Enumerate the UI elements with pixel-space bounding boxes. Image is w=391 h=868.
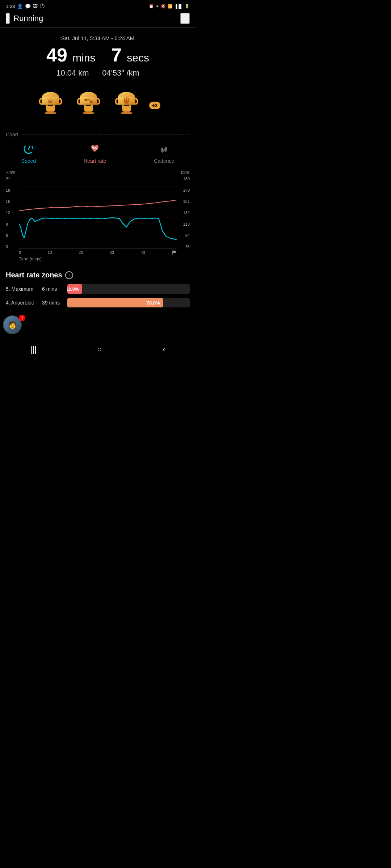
duration-secs-label: secs: [127, 52, 149, 64]
hr-zone-anaerobic-bar-wrap: 78.0%: [67, 298, 190, 307]
hr-zone-anaerobic-bar: 78.0%: [67, 298, 163, 307]
hr-zones-section: Heart rate zones i 5. Maximum 6 mins 12.…: [0, 265, 196, 315]
hr-zone-row-maximum: 5. Maximum 6 mins 12.0%: [6, 284, 190, 294]
tab-cadence-label: Cadence: [154, 158, 174, 164]
chart-area: km/h bpm 21 18 15 12 9 6 3: [6, 169, 190, 261]
trophy-road: 🛣: [35, 90, 66, 121]
hr-zone-maximum-name: 5. Maximum: [6, 286, 38, 292]
info-icon[interactable]: i: [65, 271, 73, 279]
back-button[interactable]: ‹: [6, 13, 10, 24]
svg-rect-6: [80, 97, 97, 105]
duration-mins-label: mins: [72, 52, 95, 64]
top-bar: ‹ Running ⋮: [0, 11, 196, 27]
wifi-icon: 📶: [168, 4, 173, 9]
run-date: Sat, Jul 11, 5:34 AM - 6:24 AM: [6, 35, 190, 41]
svg-text:🛣: 🛣: [48, 98, 53, 104]
tab-speed-label: Speed: [21, 158, 36, 164]
bottom-nav-recents[interactable]: |||: [23, 343, 44, 356]
duration-mins: 49: [46, 44, 67, 65]
trophy-extra-badge: +2: [149, 102, 160, 109]
bottom-nav-back[interactable]: ‹: [155, 343, 172, 356]
person-icon: 👤: [17, 4, 23, 9]
speed-icon: [23, 142, 34, 157]
svg-point-19: [164, 146, 168, 152]
svg-rect-14: [121, 112, 132, 114]
run-stats: 10.04 km 04'53" /km: [6, 68, 190, 78]
tab-divider-1: [60, 146, 60, 161]
svg-point-17: [28, 148, 29, 150]
run-pace: 04'53" /km: [102, 68, 139, 77]
run-distance: 10.04 km: [56, 68, 89, 77]
tab-heart-rate[interactable]: Heart rate: [84, 142, 106, 164]
svg-rect-3: [45, 112, 56, 114]
tab-cadence[interactable]: Cadence: [154, 143, 174, 164]
status-time: 1:23: [6, 4, 15, 9]
svg-point-18: [160, 147, 164, 153]
y-axis-left-unit: km/h: [7, 170, 15, 174]
messenger-icon: 💬: [25, 4, 31, 9]
trophy-fire: [111, 90, 142, 121]
y-axis-right: 189 170 151 132 113 94 75: [177, 176, 190, 249]
hr-zones-title: Heart rate zones i: [6, 271, 190, 279]
bottom-nav: ||| ○ ‹: [0, 338, 196, 359]
menu-button[interactable]: ⋮: [180, 13, 190, 24]
x-axis-unit: Time (mins): [6, 255, 190, 261]
summary-section: Sat, Jul 11, 5:34 AM - 6:24 AM 49 mins 7…: [0, 28, 196, 86]
cadence-icon: [158, 143, 170, 157]
hr-zone-maximum-time: 6 mins: [42, 286, 64, 292]
trophy-route: [73, 90, 104, 121]
image-icon: 🖼: [33, 4, 38, 9]
status-left: 1:23 👤 💬 🖼 ⓕ: [6, 3, 45, 9]
hr-zone-row-anaerobic: 4. Anaerobic 39 mins 78.0%: [6, 298, 190, 307]
status-right: ⏰ ✴ 🔇 📶 ▐▐▌ 🔋: [149, 4, 190, 9]
alarm-icon: ⏰: [149, 4, 154, 9]
y-axis-right-unit: bpm: [181, 170, 189, 174]
flag-icon: 🏁: [172, 250, 177, 255]
hr-zone-maximum-bar: 12.0%: [67, 284, 82, 294]
signal-icon: ▐▐▌: [175, 4, 183, 8]
x-axis: 0 10 20 30 40 🏁: [19, 250, 177, 255]
hr-zone-anaerobic-time: 39 mins: [42, 300, 64, 306]
bluetooth-icon: ✴: [156, 4, 159, 9]
duration-secs: 7: [111, 44, 122, 65]
battery-icon: 🔋: [185, 4, 190, 9]
trophies-section: 🛣: [0, 86, 196, 128]
hr-zone-maximum-bar-wrap: 12.0%: [67, 284, 190, 294]
chart-label: Chart: [6, 132, 190, 137]
facebook-icon: ⓕ: [40, 3, 45, 9]
tab-heart-rate-label: Heart rate: [84, 158, 106, 164]
hr-zone-anaerobic-name: 4. Anaerobic: [6, 300, 38, 306]
svg-rect-8: [83, 112, 94, 114]
mute-icon: 🔇: [161, 4, 166, 9]
heart-rate-icon: [89, 142, 101, 157]
chart-tabs: Speed Heart rate Cadence: [6, 142, 190, 169]
tab-divider-2: [130, 146, 130, 161]
y-axis-left: 21 18 15 12 9 6 3: [6, 176, 19, 249]
tab-speed[interactable]: Speed: [21, 142, 36, 164]
bottom-nav-home[interactable]: ○: [90, 343, 109, 356]
notification-badge: 1: [19, 315, 25, 321]
run-duration: 49 mins 7 secs: [6, 45, 190, 65]
page-title: Running: [13, 14, 43, 23]
status-bar: 1:23 👤 💬 🖼 ⓕ ⏰ ✴ 🔇 📶 ▐▐▌ 🔋: [0, 0, 196, 11]
chart-section: Chart Speed Heart rate: [0, 128, 196, 261]
